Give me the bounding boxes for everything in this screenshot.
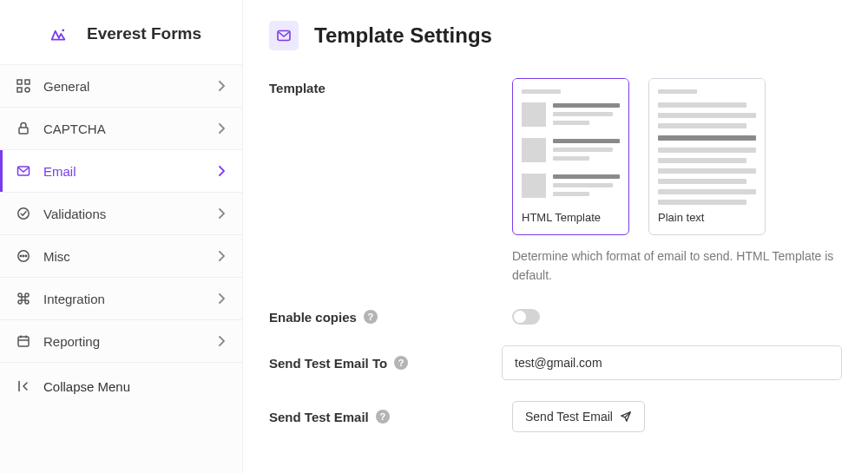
svg-rect-3 — [17, 88, 22, 92]
help-icon[interactable]: ? — [376, 410, 390, 424]
setting-row-enable-copies: Enable copies ? — [269, 309, 842, 325]
setting-row-send-test: Send Test Email ? Send Test Email — [269, 401, 842, 432]
sidebar-item-label: CAPTCHA — [43, 122, 218, 136]
chevron-right-icon — [218, 208, 228, 219]
help-icon[interactable]: ? — [364, 310, 378, 324]
svg-rect-1 — [17, 80, 22, 84]
page-icon-tile — [269, 21, 299, 50]
svg-point-0 — [62, 30, 64, 32]
chevron-right-icon — [218, 81, 228, 91]
mail-icon — [16, 163, 31, 179]
collapse-icon — [16, 378, 31, 394]
brand: Everest Forms — [0, 0, 242, 65]
sidebar-item-label: Reporting — [43, 334, 218, 349]
template-option-label: Plain text — [649, 204, 765, 234]
svg-rect-12 — [18, 337, 29, 346]
svg-rect-2 — [25, 80, 30, 84]
sidebar-item-validations[interactable]: Validations — [0, 193, 242, 235]
template-option-plain[interactable]: Plain text — [648, 78, 766, 235]
sidebar-item-label: Integration — [43, 292, 218, 306]
setting-label: Enable copies ? — [269, 310, 512, 325]
sidebar-item-misc[interactable]: Misc — [0, 235, 242, 278]
svg-point-10 — [23, 255, 23, 256]
send-icon — [620, 411, 632, 423]
svg-rect-5 — [19, 128, 28, 134]
sidebar-item-label: General — [43, 79, 218, 94]
setting-label: Send Test Email ? — [269, 410, 512, 424]
chevron-right-icon — [218, 251, 228, 261]
collapse-menu-button[interactable]: Collapse Menu — [0, 363, 242, 410]
chevron-right-icon — [218, 293, 228, 304]
setting-description: Determine which format of email to send.… — [512, 247, 842, 285]
svg-point-4 — [25, 88, 30, 92]
svg-point-9 — [20, 255, 21, 256]
svg-point-11 — [25, 255, 26, 256]
sidebar-item-general[interactable]: General — [0, 65, 242, 108]
main-content: Template Settings Template HTML Template — [243, 0, 868, 473]
calendar-icon — [16, 333, 31, 349]
setting-label-text: Template — [269, 81, 326, 95]
sidebar-nav: General CAPTCHA Email Validations Misc — [0, 65, 242, 473]
chevron-right-icon — [218, 336, 228, 346]
send-test-email-button[interactable]: Send Test Email — [512, 401, 645, 432]
button-label: Send Test Email — [525, 410, 613, 424]
dots-icon — [16, 248, 31, 264]
setting-label: Template — [269, 78, 512, 285]
grid-icon — [16, 78, 31, 94]
mail-icon — [276, 28, 292, 43]
page-header: Template Settings — [269, 21, 842, 50]
enable-copies-toggle[interactable] — [512, 309, 540, 325]
help-icon[interactable]: ? — [394, 356, 408, 370]
setting-label-text: Send Test Email To — [269, 356, 387, 371]
collapse-menu-label: Collapse Menu — [43, 379, 130, 394]
brand-logo-icon — [50, 26, 66, 42]
sidebar-item-captcha[interactable]: CAPTCHA — [0, 108, 242, 150]
sidebar-item-label: Email — [43, 164, 218, 179]
sidebar-item-integration[interactable]: Integration — [0, 278, 242, 320]
setting-row-send-test-to: Send Test Email To ? — [269, 345, 842, 380]
template-option-label: HTML Template — [513, 204, 628, 234]
brand-name: Everest Forms — [87, 24, 201, 43]
check-circle-icon — [16, 206, 31, 221]
sidebar-item-label: Misc — [43, 249, 218, 264]
sidebar-item-reporting[interactable]: Reporting — [0, 320, 242, 363]
send-test-email-input[interactable] — [502, 345, 842, 380]
setting-label-text: Enable copies — [269, 310, 357, 325]
command-icon — [16, 291, 31, 306]
sidebar-item-email[interactable]: Email — [0, 150, 242, 193]
page-title: Template Settings — [314, 23, 492, 48]
setting-label: Send Test Email To ? — [269, 356, 502, 371]
setting-label-text: Send Test Email — [269, 410, 369, 424]
svg-point-7 — [18, 208, 29, 219]
lock-icon — [16, 121, 31, 136]
sidebar: Everest Forms General CAPTCHA Email Vali… — [0, 0, 243, 473]
chevron-right-icon — [218, 123, 228, 134]
sidebar-item-label: Validations — [43, 207, 218, 221]
chevron-right-icon — [218, 166, 228, 176]
template-option-html[interactable]: HTML Template — [512, 78, 629, 235]
setting-row-template: Template HTML Template — [269, 78, 842, 285]
